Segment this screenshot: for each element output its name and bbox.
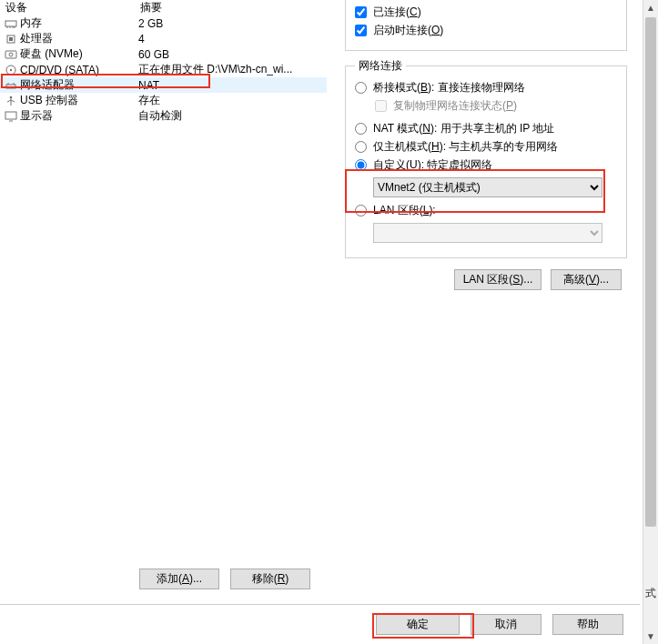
svg-rect-7 xyxy=(5,51,16,58)
usb-icon xyxy=(4,95,18,107)
cd-icon xyxy=(4,64,18,76)
connected-checkbox[interactable]: 已连接(C) xyxy=(355,5,617,20)
device-name: 显示器 xyxy=(20,108,138,124)
svg-rect-11 xyxy=(6,85,15,88)
network-icon xyxy=(4,79,18,92)
device-summary: 4 xyxy=(138,33,327,45)
device-summary: 正在使用文件 D:\VM\zh-cn_wi... xyxy=(138,62,327,77)
disk-icon xyxy=(4,48,18,61)
device-name: 硬盘 (NVMe) xyxy=(20,46,138,62)
side-char: 式 xyxy=(645,586,656,601)
device-row-3[interactable]: CD/DVD (SATA)正在使用文件 D:\VM\zh-cn_wi... xyxy=(0,62,327,77)
scroll-down-icon[interactable]: ▼ xyxy=(643,629,659,644)
svg-rect-18 xyxy=(5,112,16,119)
network-group-legend: 网络连接 xyxy=(355,58,406,74)
device-summary: 2 GB xyxy=(138,17,327,30)
device-row-1[interactable]: 处理器4 xyxy=(0,31,327,46)
lan-segment-select xyxy=(373,223,602,243)
device-name: 处理器 xyxy=(20,31,138,46)
dialog-button-bar: 确定 取消 帮助 xyxy=(0,610,640,638)
lan-segment-radio[interactable]: LAN 区段(L): xyxy=(355,203,617,218)
device-row-2[interactable]: 硬盘 (NVMe)60 GB xyxy=(0,46,327,62)
custom-radio[interactable]: 自定义(U): 特定虚拟网络 xyxy=(355,157,617,173)
scroll-up-icon[interactable]: ▲ xyxy=(643,0,659,15)
svg-line-17 xyxy=(11,100,15,102)
device-row-5[interactable]: USB 控制器存在 xyxy=(0,93,327,108)
cpu-icon xyxy=(4,33,18,45)
device-summary: 自动检测 xyxy=(138,108,327,124)
connect-at-start-checkbox[interactable]: 启动时连接(O) xyxy=(355,23,617,38)
hostonly-radio[interactable]: 仅主机模式(H): 与主机共享的专用网络 xyxy=(355,139,617,155)
device-row-6[interactable]: 显示器自动检测 xyxy=(0,108,327,124)
hardware-left-pane: 设备 摘要 内存2 GB处理器4硬盘 (NVMe)60 GBCD/DVD (SA… xyxy=(0,0,334,604)
replicate-checkbox: 复制物理网络连接状态(P) xyxy=(375,98,617,114)
help-button[interactable]: 帮助 xyxy=(552,614,623,635)
cancel-button[interactable]: 取消 xyxy=(471,614,542,635)
device-column-headers: 设备 摘要 xyxy=(0,0,327,15)
connected-label: 已连接(C) xyxy=(373,5,421,20)
device-summary: 60 GB xyxy=(138,48,327,61)
svg-point-15 xyxy=(10,96,13,98)
col-summary: 摘要 xyxy=(140,0,327,15)
bridged-radio[interactable]: 桥接模式(B): 直接连接物理网络 xyxy=(355,80,617,96)
device-row-4[interactable]: 网络适配器NAT xyxy=(0,77,327,93)
device-list[interactable]: 内存2 GB处理器4硬盘 (NVMe)60 GBCD/DVD (SATA)正在使… xyxy=(0,15,327,124)
device-name: CD/DVD (SATA) xyxy=(20,64,138,76)
add-button[interactable]: 添加(A)... xyxy=(139,569,219,589)
device-name: 内存 xyxy=(20,15,138,31)
nat-radio[interactable]: NAT 模式(N): 用于共享主机的 IP 地址 xyxy=(355,121,617,136)
network-connection-group: 网络连接 桥接模式(B): 直接连接物理网络 复制物理网络连接状态(P) NAT… xyxy=(345,58,627,258)
svg-point-8 xyxy=(9,53,13,56)
scroll-thumb[interactable] xyxy=(645,17,656,527)
display-icon xyxy=(4,110,18,123)
svg-rect-6 xyxy=(9,37,13,41)
lan-segments-button[interactable]: LAN 区段(S)... xyxy=(454,269,542,290)
advanced-button[interactable]: 高级(V)... xyxy=(551,269,622,290)
svg-point-10 xyxy=(10,68,12,70)
svg-line-16 xyxy=(7,100,11,102)
device-summary: 存在 xyxy=(138,93,327,108)
device-row-0[interactable]: 内存2 GB xyxy=(0,15,327,31)
vertical-scrollbar[interactable]: ▲ 式 ▼ xyxy=(643,0,658,644)
col-device: 设备 xyxy=(5,0,140,15)
device-name: 网络适配器 xyxy=(20,77,138,93)
remove-button[interactable]: 移除(R) xyxy=(230,569,310,589)
memory-icon xyxy=(4,17,18,30)
device-name: USB 控制器 xyxy=(20,93,138,108)
svg-rect-0 xyxy=(5,21,16,26)
device-summary: NAT xyxy=(138,79,327,92)
connect-at-start-label: 启动时连接(O) xyxy=(373,23,443,38)
device-detail-pane: 已连接(C) 启动时连接(O) 网络连接 桥接模式(B): 直接连接物理网络 复… xyxy=(334,0,640,604)
custom-network-select[interactable]: VMnet2 (仅主机模式) xyxy=(373,177,602,197)
ok-button[interactable]: 确定 xyxy=(376,614,460,635)
